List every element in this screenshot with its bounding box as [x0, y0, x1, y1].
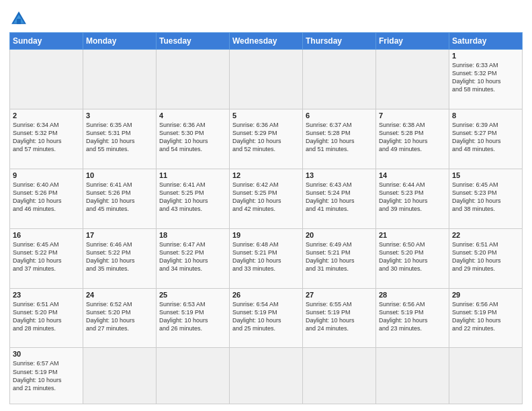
calendar-cell: 28Sunrise: 6:56 AM Sunset: 5:19 PM Dayli… — [376, 288, 449, 348]
calendar-cell: 16Sunrise: 6:45 AM Sunset: 5:22 PM Dayli… — [10, 228, 83, 288]
calendar-cell: 7Sunrise: 6:38 AM Sunset: 5:28 PM Daylig… — [376, 109, 449, 169]
svg-rect-2 — [17, 19, 21, 24]
calendar-cell: 30Sunrise: 6:57 AM Sunset: 5:19 PM Dayli… — [10, 348, 83, 404]
day-info: Sunrise: 6:44 AM Sunset: 5:23 PM Dayligh… — [379, 181, 446, 214]
calendar-cell: 24Sunrise: 6:52 AM Sunset: 5:20 PM Dayli… — [83, 288, 157, 348]
day-number: 28 — [379, 291, 446, 299]
page: SundayMondayTuesdayWednesdayThursdayFrid… — [0, 0, 532, 411]
calendar-cell: 6Sunrise: 6:37 AM Sunset: 5:28 PM Daylig… — [303, 109, 376, 169]
day-info: Sunrise: 6:56 AM Sunset: 5:19 PM Dayligh… — [452, 300, 519, 333]
day-number: 11 — [159, 171, 226, 179]
day-info: Sunrise: 6:53 AM Sunset: 5:19 PM Dayligh… — [159, 300, 226, 333]
day-info: Sunrise: 6:57 AM Sunset: 5:19 PM Dayligh… — [13, 359, 80, 392]
calendar-week-3: 9Sunrise: 6:40 AM Sunset: 5:26 PM Daylig… — [10, 169, 523, 228]
day-info: Sunrise: 6:38 AM Sunset: 5:28 PM Dayligh… — [379, 121, 446, 154]
calendar-cell — [157, 348, 230, 404]
calendar-cell: 11Sunrise: 6:41 AM Sunset: 5:25 PM Dayli… — [157, 169, 230, 228]
day-number: 23 — [13, 291, 80, 299]
calendar-cell: 26Sunrise: 6:54 AM Sunset: 5:19 PM Dayli… — [230, 288, 303, 348]
day-number: 15 — [452, 171, 519, 179]
calendar-cell: 10Sunrise: 6:41 AM Sunset: 5:26 PM Dayli… — [83, 169, 157, 228]
day-info: Sunrise: 6:51 AM Sunset: 5:20 PM Dayligh… — [452, 240, 519, 273]
day-number: 21 — [379, 231, 446, 239]
calendar-cell: 12Sunrise: 6:42 AM Sunset: 5:25 PM Dayli… — [230, 169, 303, 228]
weekday-header-row: SundayMondayTuesdayWednesdayThursdayFrid… — [10, 33, 523, 50]
calendar-cell — [83, 50, 157, 109]
day-number: 27 — [306, 291, 373, 299]
day-number: 24 — [86, 291, 153, 299]
day-number: 19 — [232, 231, 300, 239]
day-number: 10 — [86, 171, 153, 179]
calendar-cell — [230, 348, 303, 404]
calendar-cell: 8Sunrise: 6:39 AM Sunset: 5:27 PM Daylig… — [449, 109, 523, 169]
day-info: Sunrise: 6:49 AM Sunset: 5:21 PM Dayligh… — [306, 240, 373, 273]
calendar-cell — [449, 348, 523, 404]
calendar-cell — [10, 50, 83, 109]
day-number: 26 — [232, 291, 300, 299]
calendar-cell — [303, 50, 376, 109]
day-info: Sunrise: 6:54 AM Sunset: 5:19 PM Dayligh… — [232, 300, 300, 333]
calendar-week-4: 16Sunrise: 6:45 AM Sunset: 5:22 PM Dayli… — [10, 228, 523, 288]
day-number: 12 — [232, 171, 300, 179]
calendar-cell: 3Sunrise: 6:35 AM Sunset: 5:31 PM Daylig… — [83, 109, 157, 169]
day-info: Sunrise: 6:50 AM Sunset: 5:20 PM Dayligh… — [379, 240, 446, 273]
day-info: Sunrise: 6:48 AM Sunset: 5:21 PM Dayligh… — [232, 240, 300, 273]
day-info: Sunrise: 6:51 AM Sunset: 5:20 PM Dayligh… — [13, 300, 80, 333]
calendar-cell: 9Sunrise: 6:40 AM Sunset: 5:26 PM Daylig… — [10, 169, 83, 228]
day-number: 9 — [13, 171, 80, 179]
day-info: Sunrise: 6:41 AM Sunset: 5:25 PM Dayligh… — [159, 181, 226, 214]
day-info: Sunrise: 6:35 AM Sunset: 5:31 PM Dayligh… — [86, 121, 153, 154]
calendar-cell: 18Sunrise: 6:47 AM Sunset: 5:22 PM Dayli… — [157, 228, 230, 288]
weekday-header-wednesday: Wednesday — [230, 33, 303, 50]
weekday-header-saturday: Saturday — [449, 33, 523, 50]
calendar-cell: 20Sunrise: 6:49 AM Sunset: 5:21 PM Dayli… — [303, 228, 376, 288]
day-info: Sunrise: 6:41 AM Sunset: 5:26 PM Dayligh… — [86, 181, 153, 214]
calendar-cell: 15Sunrise: 6:45 AM Sunset: 5:23 PM Dayli… — [449, 169, 523, 228]
day-info: Sunrise: 6:36 AM Sunset: 5:30 PM Dayligh… — [159, 121, 226, 154]
day-number: 7 — [379, 111, 446, 120]
calendar-week-2: 2Sunrise: 6:34 AM Sunset: 5:32 PM Daylig… — [10, 109, 523, 169]
day-info: Sunrise: 6:45 AM Sunset: 5:22 PM Dayligh… — [13, 240, 80, 273]
calendar-cell: 19Sunrise: 6:48 AM Sunset: 5:21 PM Dayli… — [230, 228, 303, 288]
calendar-week-6: 30Sunrise: 6:57 AM Sunset: 5:19 PM Dayli… — [10, 348, 523, 404]
calendar-cell: 14Sunrise: 6:44 AM Sunset: 5:23 PM Dayli… — [376, 169, 449, 228]
calendar-cell: 5Sunrise: 6:36 AM Sunset: 5:29 PM Daylig… — [230, 109, 303, 169]
calendar-cell: 21Sunrise: 6:50 AM Sunset: 5:20 PM Dayli… — [376, 228, 449, 288]
day-number: 30 — [13, 350, 80, 358]
day-number: 3 — [86, 111, 153, 120]
calendar-cell: 23Sunrise: 6:51 AM Sunset: 5:20 PM Dayli… — [10, 288, 83, 348]
day-number: 18 — [159, 231, 226, 239]
weekday-header-sunday: Sunday — [10, 33, 83, 50]
day-number: 1 — [452, 52, 519, 60]
day-info: Sunrise: 6:40 AM Sunset: 5:26 PM Dayligh… — [13, 181, 80, 214]
day-number: 5 — [232, 111, 300, 120]
weekday-header-monday: Monday — [83, 33, 157, 50]
day-info: Sunrise: 6:56 AM Sunset: 5:19 PM Dayligh… — [379, 300, 446, 333]
calendar-cell: 2Sunrise: 6:34 AM Sunset: 5:32 PM Daylig… — [10, 109, 83, 169]
day-info: Sunrise: 6:36 AM Sunset: 5:29 PM Dayligh… — [232, 121, 300, 154]
calendar-week-5: 23Sunrise: 6:51 AM Sunset: 5:20 PM Dayli… — [10, 288, 523, 348]
calendar-cell: 22Sunrise: 6:51 AM Sunset: 5:20 PM Dayli… — [449, 228, 523, 288]
calendar-week-1: 1Sunrise: 6:33 AM Sunset: 5:32 PM Daylig… — [10, 50, 523, 109]
header — [9, 7, 523, 28]
calendar-cell: 27Sunrise: 6:55 AM Sunset: 5:19 PM Dayli… — [303, 288, 376, 348]
calendar-table: SundayMondayTuesdayWednesdayThursdayFrid… — [9, 32, 523, 404]
day-info: Sunrise: 6:33 AM Sunset: 5:32 PM Dayligh… — [452, 61, 519, 94]
weekday-header-tuesday: Tuesday — [157, 33, 230, 50]
day-info: Sunrise: 6:47 AM Sunset: 5:22 PM Dayligh… — [159, 240, 226, 273]
day-info: Sunrise: 6:42 AM Sunset: 5:25 PM Dayligh… — [232, 181, 300, 214]
calendar-cell — [376, 348, 449, 404]
logo-icon — [9, 9, 28, 28]
calendar-cell — [83, 348, 157, 404]
day-info: Sunrise: 6:39 AM Sunset: 5:27 PM Dayligh… — [452, 121, 519, 154]
day-number: 17 — [86, 231, 153, 239]
day-info: Sunrise: 6:34 AM Sunset: 5:32 PM Dayligh… — [13, 121, 80, 154]
day-info: Sunrise: 6:55 AM Sunset: 5:19 PM Dayligh… — [306, 300, 373, 333]
calendar-cell — [303, 348, 376, 404]
day-number: 16 — [13, 231, 80, 239]
day-number: 4 — [159, 111, 226, 120]
day-number: 2 — [13, 111, 80, 120]
day-info: Sunrise: 6:37 AM Sunset: 5:28 PM Dayligh… — [306, 121, 373, 154]
day-info: Sunrise: 6:52 AM Sunset: 5:20 PM Dayligh… — [86, 300, 153, 333]
calendar-cell: 4Sunrise: 6:36 AM Sunset: 5:30 PM Daylig… — [157, 109, 230, 169]
